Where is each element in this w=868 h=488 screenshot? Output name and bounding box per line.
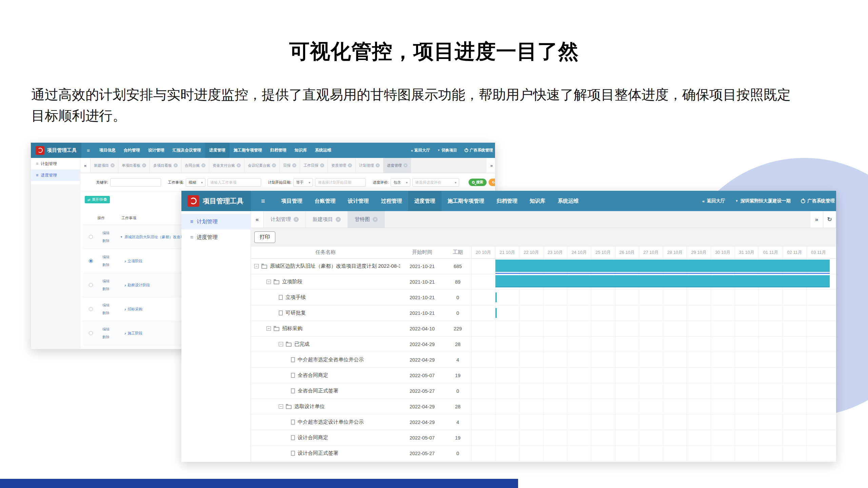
expand-collapse-button[interactable]: 展开/折叠 [85, 196, 110, 203]
tabs-scroll-right-button[interactable] [487, 158, 495, 173]
menu-item[interactable]: 知识库 [291, 143, 311, 158]
menu-item[interactable]: 系统运维 [552, 191, 585, 211]
tab-close-icon[interactable] [336, 217, 341, 222]
tab[interactable]: 单项目看板 [118, 158, 150, 173]
back-to-hall-button[interactable]: 返回大厅 [702, 198, 725, 204]
collapse-icon[interactable]: − [267, 280, 271, 284]
tab-close-icon[interactable] [376, 163, 380, 167]
tab-close-icon[interactable] [201, 163, 205, 167]
radio-button-selected[interactable] [89, 259, 93, 263]
tab-close-icon[interactable] [373, 217, 378, 222]
tab[interactable]: 计划管理 [356, 158, 383, 173]
menu-item[interactable]: 知识库 [524, 191, 552, 211]
menu-item[interactable]: 设计管理 [342, 191, 375, 211]
timeline-date: 31 10月 [735, 246, 759, 258]
tab[interactable]: 工作日报 [300, 158, 328, 173]
menu-item[interactable]: 汇报及会议管理 [169, 143, 205, 158]
work-item-input[interactable] [208, 178, 261, 187]
plan-date-input[interactable] [315, 178, 366, 187]
tabs-refresh-button[interactable] [823, 211, 836, 228]
delete-link[interactable]: 删除 [102, 335, 110, 340]
tabs-scroll-left-button[interactable] [80, 158, 91, 173]
tab-close-icon[interactable] [292, 163, 296, 167]
tab-active[interactable]: 甘特图 [348, 211, 385, 228]
tab[interactable]: 资金支付台账 [209, 158, 244, 173]
tab-close-icon[interactable] [403, 163, 408, 167]
tab-close-icon[interactable] [294, 217, 299, 222]
sidebar-item-plan[interactable]: 计划管理 [181, 214, 251, 229]
user-menu[interactable]: 广咨系统管理 [465, 148, 493, 153]
gantt-milestone [495, 308, 497, 318]
menu-item[interactable]: 施工期专项管理 [230, 143, 266, 158]
tab[interactable]: 日报 [280, 158, 300, 173]
tab[interactable]: 会议纪要台账 [244, 158, 280, 173]
tab-close-icon[interactable] [111, 163, 115, 167]
menu-item[interactable]: 项目管理 [275, 191, 309, 211]
radio-button[interactable] [89, 283, 93, 287]
search-button[interactable]: 搜索 [469, 179, 487, 186]
delete-link[interactable]: 删除 [102, 263, 110, 267]
evaluation-operator-select[interactable]: 包含 [391, 178, 410, 187]
back-to-hall-button[interactable]: 返回大厅 [411, 148, 430, 153]
menu-item-active[interactable]: 进度管理 [205, 143, 230, 158]
select-caret-icon [201, 181, 203, 184]
menu-toggle-button[interactable] [81, 143, 95, 158]
tab-close-icon[interactable] [142, 163, 146, 167]
tab-close-icon[interactable] [320, 163, 324, 167]
delete-link[interactable]: 删除 [102, 311, 110, 316]
reset-button[interactable]: 重置 [489, 179, 495, 186]
tab-close-icon[interactable] [348, 163, 352, 167]
switch-project-button[interactable]: 深圳紫荆恒大厦建设一期 [735, 198, 791, 204]
radio-button[interactable] [89, 307, 93, 311]
delete-link[interactable]: 删除 [102, 239, 110, 243]
tab[interactable]: 新建项目 [306, 211, 348, 228]
menu-item[interactable]: 设计管理 [144, 143, 169, 158]
menu-item[interactable]: 项目信息 [95, 143, 120, 158]
edit-link[interactable]: 编辑 [102, 303, 110, 308]
menu-item[interactable]: 系统运维 [311, 143, 335, 158]
tab-close-icon[interactable] [237, 163, 241, 167]
collapse-icon[interactable]: − [254, 264, 259, 268]
delete-link[interactable]: 删除 [102, 287, 110, 291]
menu-item[interactable]: 归档管理 [490, 191, 524, 211]
folder-icon [274, 280, 279, 284]
timeline-date: 28 10月 [663, 246, 687, 258]
sidebar-item-progress[interactable]: 进度管理 [181, 229, 251, 245]
tab[interactable]: 资质管理 [328, 158, 356, 173]
tab[interactable]: 合同台账 [181, 158, 209, 173]
caret-down-icon [437, 149, 440, 152]
radio-button[interactable] [89, 235, 93, 239]
tab[interactable]: 新建项目 [91, 158, 118, 173]
tab[interactable]: 计划管理 [264, 211, 306, 228]
tabs-scroll-right-button[interactable] [810, 211, 823, 228]
menu-toggle-button[interactable] [251, 191, 275, 211]
edit-link[interactable]: 编辑 [102, 255, 110, 260]
edit-link[interactable]: 编辑 [102, 231, 110, 236]
menu-item[interactable]: 归档管理 [266, 143, 291, 158]
edit-link[interactable]: 编辑 [102, 279, 110, 284]
print-button[interactable]: 打印 [254, 231, 275, 243]
collapse-icon[interactable]: − [267, 326, 271, 331]
tabs-scroll-left-button[interactable] [251, 211, 264, 228]
tab-close-icon[interactable] [272, 163, 276, 167]
plan-date-operator-select[interactable]: 等于 [293, 178, 313, 187]
menu-item[interactable]: 过程管理 [375, 191, 408, 211]
keyword-input[interactable] [110, 178, 161, 187]
work-item-operator-select[interactable]: 模糊 [186, 178, 205, 187]
tab-active[interactable]: 进度管理 [383, 158, 411, 173]
menu-item[interactable]: 施工期专项管理 [441, 191, 491, 211]
sidebar-item-progress[interactable]: 进度管理 [31, 169, 80, 181]
evaluation-select[interactable]: 请选择进度评价 [412, 178, 459, 187]
tab[interactable]: 多项目看板 [150, 158, 181, 173]
collapse-icon[interactable]: − [279, 404, 283, 409]
switch-project-button[interactable]: 切换项目 [437, 148, 457, 153]
tab-close-icon[interactable] [174, 163, 178, 167]
user-menu[interactable]: 广咨系统管理 [801, 198, 835, 204]
menu-item[interactable]: 台账管理 [309, 191, 342, 211]
sidebar-item-plan[interactable]: 计划管理 [31, 158, 80, 169]
radio-button[interactable] [89, 331, 93, 335]
edit-link[interactable]: 编辑 [102, 327, 110, 332]
menu-item[interactable]: 合约管理 [120, 143, 144, 158]
menu-item-active[interactable]: 进度管理 [408, 191, 441, 211]
collapse-icon[interactable]: − [279, 342, 283, 346]
